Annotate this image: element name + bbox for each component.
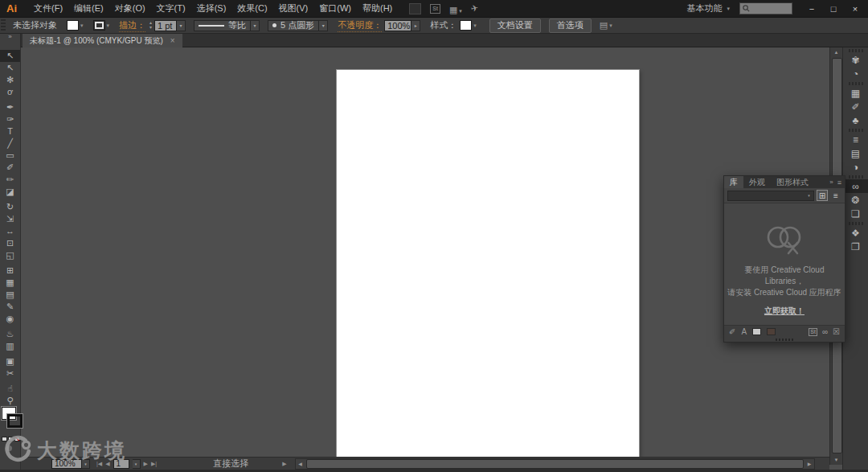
asset-export-panel-icon[interactable]: ❏ [843,207,868,220]
selection-tool[interactable]: ↖ [0,50,20,62]
chevron-down-icon[interactable]: ▾ [473,23,477,29]
artboard-tool[interactable]: ▣ [0,355,20,367]
stroke-color-swatch[interactable] [93,20,105,31]
add-graphic-icon[interactable]: ✐ [729,327,735,336]
libraries-panel-icon[interactable]: ∞ [843,179,868,193]
panel-resize-grip[interactable] [724,338,845,342]
gradient-panel-icon[interactable]: ▤ [843,146,868,160]
add-character-style-icon[interactable]: A [741,327,747,336]
menu-type[interactable]: 文字(T) [151,1,191,16]
stroke-swatch[interactable] [7,414,23,428]
delete-icon[interactable]: ☒ [833,327,840,336]
artboard[interactable] [337,70,639,457]
minimize-button[interactable]: − [807,4,817,14]
magic-wand-tool[interactable]: ✻ [0,74,20,86]
control-panel-menu-icon[interactable]: ▤ [600,20,608,31]
scroll-right-arrow[interactable]: ▶ [805,459,814,469]
lasso-tool[interactable]: ơ [0,86,20,98]
transparency-panel-icon[interactable]: ◑ [843,160,868,174]
brush-definition-caret[interactable]: ▾ [319,20,328,31]
stroke-weight-dropdown[interactable]: ▾ [177,20,186,31]
layers-panel-icon[interactable]: ❖ [843,226,868,240]
menu-help[interactable]: 帮助(H) [357,1,398,16]
stroke-weight-field[interactable]: 1 pt [154,20,177,31]
workspace-switcher[interactable]: 基本功能 ▾ [686,2,730,14]
blend-tool[interactable]: ◉ [0,313,20,325]
tools-panel-header[interactable]: » [0,34,21,47]
menu-select[interactable]: 选择(S) [191,1,232,16]
color-themes-panel-icon[interactable]: ❂ [843,193,868,207]
symbols-panel-icon[interactable]: ♣ [843,113,868,127]
type-tool[interactable]: T [0,125,20,137]
collapse-panel-icon[interactable]: » [829,179,833,186]
brushes-panel-icon[interactable]: ✐ [843,100,868,113]
menu-window[interactable]: 窗口(W) [313,1,357,16]
last-artboard-button[interactable]: ▶| [151,461,157,467]
stock-icon[interactable]: St [430,4,440,14]
line-segment-tool[interactable]: ╱ [0,137,20,150]
get-now-link[interactable]: 立即获取！ [764,306,805,317]
stroke-weight-stepper[interactable]: ▴ ▾ [149,21,152,31]
status-expand-icon[interactable]: ▶ [282,461,286,467]
artboard-dropdown-caret[interactable]: ▾ [133,459,141,469]
menu-effect[interactable]: 效果(C) [231,1,272,16]
gradient-tool[interactable]: ▤ [0,289,20,301]
canvas-area[interactable] [21,47,829,457]
rectangle-tool[interactable]: ▭ [0,150,20,162]
next-artboard-button[interactable]: ▶ [144,461,148,467]
eraser-tool[interactable]: ◪ [0,186,20,198]
chevron-down-icon[interactable]: ▾ [107,23,110,29]
tab-libraries[interactable]: 库 [724,176,743,188]
add-fill-color-swatch[interactable] [752,328,761,335]
stroke-panel-link[interactable]: 描边： [119,19,145,32]
pen-tool[interactable]: ✒ [0,101,20,113]
close-button[interactable]: × [850,4,860,14]
hand-tool[interactable]: ☝ [0,383,20,395]
eyedropper-tool[interactable]: ✎ [0,301,20,313]
swatches-panel-icon[interactable]: ▦ [843,86,868,100]
menu-edit[interactable]: 编辑(E) [68,1,109,16]
menu-file[interactable]: 文件(F) [28,1,68,16]
preferences-button[interactable]: 首选项 [549,18,592,33]
document-tab[interactable]: 未标题-1 @ 100% (CMYK/GPU 预览) × [23,34,182,47]
maximize-button[interactable]: □ [829,4,838,14]
symbol-sprayer-tool[interactable]: ♨ [0,328,20,340]
chevron-down-icon[interactable]: ▾ [80,23,84,29]
scale-tool[interactable]: ⇲ [0,213,20,225]
horizontal-scroll-thumb[interactable] [306,459,804,469]
menu-object[interactable]: 对象(O) [109,1,151,16]
artboards-panel-icon[interactable]: ❐ [843,240,868,253]
stroke-panel-icon[interactable]: ≡ [843,133,868,146]
close-tab-icon[interactable]: × [170,36,175,45]
slice-tool[interactable]: ✂ [0,367,20,380]
library-select-dropdown[interactable]: ▾ [727,191,814,201]
scroll-left-arrow[interactable]: ◀ [296,459,305,469]
style-swatch[interactable] [460,20,472,31]
paintbrush-tool[interactable]: ✐ [0,162,20,174]
width-profile-caret[interactable]: ▾ [251,20,260,31]
rotate-tool[interactable]: ↻ [0,201,20,213]
bridge-icon[interactable] [409,3,421,14]
grid-view-button[interactable]: ⊞ [817,190,828,201]
free-transform-tool[interactable]: ⊡ [0,237,20,249]
control-bar-grip[interactable] [1,19,6,32]
column-graph-tool[interactable]: ▥ [0,340,20,352]
tab-appearance[interactable]: 外观 [743,176,771,188]
adobe-stock-icon[interactable]: St [809,328,817,336]
mesh-tool[interactable]: ▦ [0,277,20,289]
width-profile-dropdown[interactable]: 等比 [194,20,251,31]
app-logo[interactable]: Ai [6,2,17,14]
curvature-tool[interactable]: ✑ [0,113,20,125]
sync-icon[interactable]: ∞ [822,327,828,336]
document-setup-button[interactable]: 文档设置 [489,18,541,33]
list-view-button[interactable]: ≡ [830,190,841,201]
fill-color-swatch[interactable] [67,20,79,31]
arrange-documents-button[interactable]: ▦▾ [449,2,462,16]
pencil-tool[interactable]: ✏ [0,174,20,186]
opacity-caret[interactable]: ▸ [411,20,420,31]
tab-graphic-styles[interactable]: 图形样式 [771,176,814,188]
color-guide-panel-icon[interactable]: ◔ [843,67,868,80]
direct-selection-tool[interactable]: ↖ [0,62,20,74]
gpu-performance-icon[interactable]: ✈ [470,2,480,14]
color-panel-icon[interactable]: ✾ [843,53,868,67]
